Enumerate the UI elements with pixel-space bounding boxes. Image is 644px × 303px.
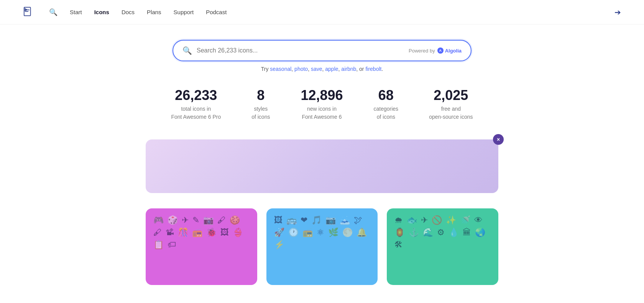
search-input[interactable] (197, 47, 409, 54)
navigation: 🔍 Start Icons Docs Plans Support Podcast… (0, 0, 644, 25)
stat-free-icons-label: free andopen-source icons (429, 105, 473, 121)
card-icon: 🕐 (288, 228, 299, 237)
card-icon: ⚓ (409, 228, 419, 237)
card-icon: 👙 (233, 228, 243, 237)
card-icon: 📷 (325, 216, 336, 224)
card-icon: ❤ (301, 216, 307, 224)
stats-section: 26,233 total icons inFont Awesome 6 Pro … (146, 87, 498, 121)
suggestion-save[interactable]: save (311, 66, 322, 72)
card-icon: 🎵 (311, 216, 322, 224)
card-icon: 🔔 (356, 228, 367, 237)
card-icon: 🚫 (432, 216, 442, 224)
card-green: 🌧 🐟 ✈ 🚫 ✨ 🚿 👁 🏮 ⚓ 🌊 ⚙ 💧 🏛 🌏 🛠 (387, 208, 498, 285)
icon-cards: 🎮 🎲 ✈ ✎ 📷 🖋 🍪 🖋 📽 🎊 📻 🐞 🖼 👙 📋 🏷 � (146, 208, 498, 285)
nav-link-support[interactable]: Support (174, 9, 194, 15)
card-icon: 🕊 (354, 216, 362, 224)
search-icon: 🔍 (182, 46, 192, 55)
stat-categories-label: categoriesof icons (374, 105, 399, 121)
card-icon: 🏷 (168, 241, 176, 249)
card-icon: 🏮 (394, 228, 405, 237)
stat-styles: 8 stylesof icons (251, 87, 270, 121)
nav-link-start[interactable]: Start (70, 9, 82, 15)
stat-total-icons-label: total icons inFont Awesome 6 Pro (171, 105, 221, 121)
card-icon: 📽 (166, 228, 174, 237)
card-icon: ⚙ (437, 228, 445, 237)
search-section: 🔍 Powered by A Algolia Try seasonal, pho… (146, 40, 498, 72)
card-icon: 🖼 (274, 216, 283, 224)
stat-new-icons: 12,896 new icons inFont Awesome 6 (301, 87, 343, 121)
card-icon: 🌏 (475, 228, 485, 237)
search-suggestions: Try seasonal, photo, save, apple, airbnb… (261, 66, 383, 72)
nav-links: 🔍 Start Icons Docs Plans Support Podcast (49, 8, 614, 16)
card-icon: ✎ (192, 216, 199, 224)
card-icon: ⚡ (274, 241, 284, 249)
logo[interactable] (23, 6, 34, 18)
nav-search-icon[interactable]: 🔍 (49, 8, 58, 16)
suggestion-apple[interactable]: apple (325, 66, 338, 72)
card-icon: 🖋 (217, 216, 226, 224)
card-icon: ✈ (182, 216, 189, 224)
stat-free-icons: 2,025 free andopen-source icons (429, 87, 473, 121)
promo-banner: × (146, 139, 498, 193)
powered-by: Powered by A Algolia (409, 47, 462, 54)
card-icon: 👁 (474, 216, 483, 224)
card-icon: 🛠 (394, 241, 403, 249)
signin-button[interactable]: ➔ (614, 8, 621, 17)
search-box[interactable]: 🔍 Powered by A Algolia (172, 40, 472, 61)
card-icon: 🌧 (394, 216, 403, 224)
card-icon: 🎮 (153, 216, 164, 224)
card-icon: 🌿 (328, 228, 338, 237)
stat-new-icons-label: new icons inFont Awesome 6 (301, 105, 343, 121)
card-icon: ✨ (446, 216, 456, 224)
card-icon: 🐟 (407, 216, 417, 224)
card-icon: 📻 (192, 228, 202, 237)
card-icon: 🚿 (460, 216, 470, 224)
card-icon: 🖼 (220, 228, 229, 237)
nav-link-podcast[interactable]: Podcast (206, 9, 227, 15)
suggestion-photo[interactable]: photo (294, 66, 308, 72)
banner-close-button[interactable]: × (493, 134, 504, 145)
suggestion-seasonal[interactable]: seasonal (270, 66, 291, 72)
card-icon: 🗻 (340, 216, 350, 224)
stat-styles-label: stylesof icons (251, 105, 270, 121)
card-icon: 📻 (302, 228, 313, 237)
nav-link-docs[interactable]: Docs (122, 9, 135, 15)
nav-link-icons[interactable]: Icons (94, 9, 109, 15)
card-icon: 🌊 (423, 228, 433, 237)
card-icon: ✈ (421, 216, 428, 224)
card-icon: 💧 (449, 228, 459, 237)
card-icon: 🏛 (463, 228, 471, 237)
card-icon: 🖋 (153, 228, 162, 237)
algolia-badge: A Algolia (437, 47, 462, 54)
card-icon: 🍪 (230, 216, 240, 224)
stat-total-icons: 26,233 total icons inFont Awesome 6 Pro (171, 87, 221, 121)
suggestion-airbnb[interactable]: airbnb (341, 66, 356, 72)
card-icon: 🎊 (178, 228, 188, 237)
stat-categories: 68 categoriesof icons (374, 87, 399, 121)
card-icon: 🚌 (286, 216, 297, 224)
algolia-icon: A (437, 47, 444, 54)
card-icon: 🚀 (274, 228, 284, 237)
card-icon: 📋 (153, 241, 164, 249)
card-pink: 🎮 🎲 ✈ ✎ 📷 🖋 🍪 🖋 📽 🎊 📻 🐞 🖼 👙 📋 🏷 (146, 208, 257, 285)
card-icon: 📷 (203, 216, 214, 224)
card-icon: 🎲 (168, 216, 178, 224)
card-icon: ⚛ (317, 228, 324, 237)
card-icon: 🌕 (342, 228, 353, 237)
card-blue: 🖼 🚌 ❤ 🎵 📷 🗻 🕊 🚀 🕐 📻 ⚛ 🌿 🌕 🔔 ⚡ (266, 208, 378, 285)
nav-link-plans[interactable]: Plans (147, 9, 161, 15)
card-icon: 🐞 (206, 228, 217, 237)
suggestion-firebolt[interactable]: firebolt (365, 66, 381, 72)
